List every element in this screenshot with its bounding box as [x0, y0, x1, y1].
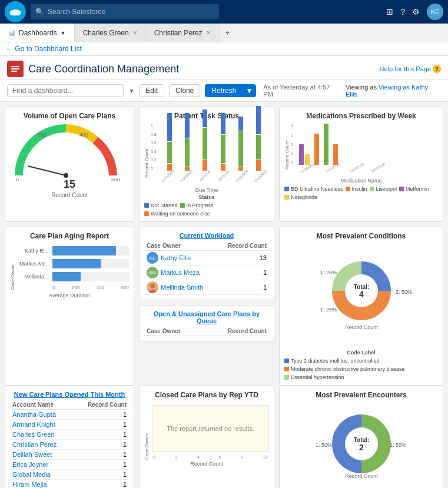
- refresh-dropdown[interactable]: ▼: [242, 84, 256, 97]
- legend-hypertension: Essential hypertension: [284, 374, 344, 380]
- new-care-plan-link[interactable]: Erica Joyner: [12, 461, 48, 468]
- new-care-plan-row: Erica Joyner1: [10, 460, 129, 470]
- new-care-plan-row: Global Media1: [10, 470, 129, 480]
- tab-close[interactable]: ✕: [206, 29, 211, 36]
- legend-diabetes: Type 2 diabetes mellitus, uncontrolled: [284, 358, 380, 364]
- settings-icon[interactable]: ⚙: [412, 7, 420, 16]
- new-care-plan-link[interactable]: Charles Green: [12, 431, 55, 438]
- new-care-plan-link[interactable]: Hiram Mejia: [12, 481, 47, 488]
- workload-table: Case Owner Record Count KEKathy Ellis 13…: [144, 241, 269, 295]
- new-care-plan-link[interactable]: Global Media: [12, 471, 51, 478]
- open-unassigned-table: Case Owner Record Count: [144, 327, 269, 336]
- closed-y-label: Case Owner: [144, 403, 150, 460]
- legend-copd: Moderate chronic obstructive pulmonary d…: [284, 366, 405, 372]
- hbar-row-kathy: Kathy Ell...: [18, 246, 129, 255]
- tab-dashboards[interactable]: 📊 Dashboards ▼: [0, 24, 75, 42]
- svg-text:2: 50%: 2: 50%: [396, 289, 412, 295]
- user-avatar[interactable]: KE: [427, 4, 443, 20]
- page-title: Care Coordination Management: [28, 63, 179, 75]
- tab-charles-green[interactable]: Charles Green ✕: [75, 24, 146, 42]
- new-care-plans-title: New Care Plans Opened This Month: [10, 391, 129, 398]
- new-care-plan-row: Charles Green1: [10, 430, 129, 440]
- viewing-as: Viewing as Viewing as Kathy Ellis: [346, 84, 441, 98]
- svg-point-2: [15, 12, 21, 15]
- workload-row-mellinda: Mellinda Smith 1: [144, 280, 269, 295]
- legend-lisinopril: Lisinopril: [370, 186, 397, 192]
- search-input[interactable]: [48, 8, 214, 16]
- closed-x-label: Record Count: [144, 461, 269, 467]
- open-unassigned-title: Open & Unassigned Care Plans by Queue: [144, 310, 269, 324]
- medications-title: Medications Prescribed by Week: [284, 112, 438, 120]
- workload-markus-link[interactable]: Markus Meza: [161, 269, 200, 276]
- current-workload-card: Current Workload Case Owner Record Count…: [139, 227, 274, 300]
- svg-text:0: 0: [16, 177, 19, 182]
- workload-row-markus: MMMarkus Meza 1: [144, 265, 269, 280]
- workload-kathy-link[interactable]: Kathy Ellis: [161, 254, 191, 261]
- new-care-plan-row: Hiram Mejia1: [10, 480, 129, 489]
- svg-text:500: 500: [111, 177, 120, 182]
- breadcrumb-bar: ← Go to Dashboard List: [0, 42, 448, 56]
- svg-rect-4: [11, 68, 19, 69]
- workload-col2-header: Record Count: [217, 241, 269, 251]
- new-care-plan-link[interactable]: Anantha Gupta: [12, 411, 56, 418]
- tab-label: Dashboards: [19, 29, 57, 37]
- conditions-title: Most Prevalent Conditions: [284, 232, 438, 240]
- breadcrumb-link[interactable]: ← Go to Dashboard List: [6, 45, 82, 53]
- encounters-donut: Total: 2 1: 50% 1: 50% Record Count: [303, 403, 420, 485]
- find-chevron[interactable]: ▼: [128, 88, 134, 94]
- patient-task-x-label: Due Time: [144, 187, 269, 193]
- med-x-label: Medication Name: [284, 178, 438, 184]
- find-dashboard-input[interactable]: [7, 84, 124, 97]
- page-icon: [7, 61, 24, 77]
- new-care-plans-table: Account Name Record Count Anantha Gupta1…: [10, 400, 129, 488]
- svg-text:200: 200: [38, 132, 47, 138]
- patient-task-status-label: Status: [144, 194, 269, 200]
- hbar-row-mellinda: Mellinda ...: [18, 272, 129, 281]
- svg-point-1: [10, 12, 15, 15]
- new-care-plan-link[interactable]: Christian Perez: [12, 441, 57, 448]
- refresh-button[interactable]: Refresh: [205, 84, 242, 97]
- tab-close[interactable]: ✕: [132, 29, 137, 36]
- help-text: Help for this Page: [380, 65, 431, 72]
- clone-button[interactable]: Clone: [169, 84, 200, 97]
- edit-button[interactable]: Edit: [139, 84, 164, 97]
- new-care-plan-row: Armand Knight1: [10, 420, 129, 430]
- new-col2-header: Record Count: [73, 400, 129, 410]
- search-bar[interactable]: 🔍: [31, 4, 219, 19]
- svg-text:1: 25%: 1: 25%: [320, 307, 337, 313]
- top-nav: 🔍 ⊞ ? ⚙ KE: [0, 0, 448, 24]
- new-care-plan-link[interactable]: Delilah Sweet: [12, 451, 52, 458]
- help-link[interactable]: Help for this Page ?: [380, 65, 441, 73]
- tab-arrow[interactable]: ▼: [61, 30, 66, 36]
- open-col1-header: Case Owner: [144, 327, 203, 336]
- new-col1-header: Account Name: [10, 400, 73, 410]
- help-icon[interactable]: ?: [400, 7, 405, 16]
- encounters-title: Most Prevalent Encounters: [284, 391, 438, 399]
- new-care-plan-link[interactable]: Armand Knight: [12, 421, 55, 428]
- workload-col1-header: Case Owner: [144, 241, 217, 251]
- tab-bar: 📊 Dashboards ▼ Charles Green ✕ Christian…: [0, 24, 448, 42]
- refresh-button-group: Refresh ▼: [205, 84, 256, 97]
- tab-add[interactable]: +: [220, 24, 235, 42]
- care-plan-aging-card: Care Plan Aging Report Case Owner Kathy …: [5, 227, 134, 386]
- patient-task-y-label: Record Count: [144, 131, 150, 178]
- workload-mellinda-link[interactable]: Mellinda Smith: [161, 284, 203, 291]
- svg-rect-5: [11, 71, 17, 72]
- open-unassigned-card: Open & Unassigned Care Plans by Queue Ca…: [139, 305, 274, 341]
- viewing-as-name: Viewing as Kathy Ellis: [346, 84, 428, 98]
- svg-point-7: [64, 173, 68, 178]
- svg-text:4: 4: [359, 290, 364, 299]
- page-title-area: Care Coordination Management: [7, 61, 179, 77]
- tab-christian-perez[interactable]: Christian Perez ✕: [146, 24, 220, 42]
- search-icon: 🔍: [35, 8, 44, 16]
- volume-title: Volume of Open Care Plans: [10, 112, 129, 120]
- hbar-row-markus: Markus Me...: [18, 259, 129, 268]
- new-care-plan-row: Christian Perez1: [10, 440, 129, 450]
- encounters-card: Most Prevalent Encounters Total: 2 1: 50…: [279, 386, 443, 488]
- med-y-label: Record Count: [284, 128, 290, 170]
- volume-card: Volume of Open Care Plans 0 200 400 500 …: [5, 107, 134, 222]
- grid-icon[interactable]: ⊞: [386, 7, 393, 16]
- closed-title: Closed Care Plans by Rep YTD: [144, 391, 269, 399]
- svg-text:1: 50%: 1: 50%: [390, 442, 406, 448]
- legend-in-progress: In Progress: [180, 202, 214, 208]
